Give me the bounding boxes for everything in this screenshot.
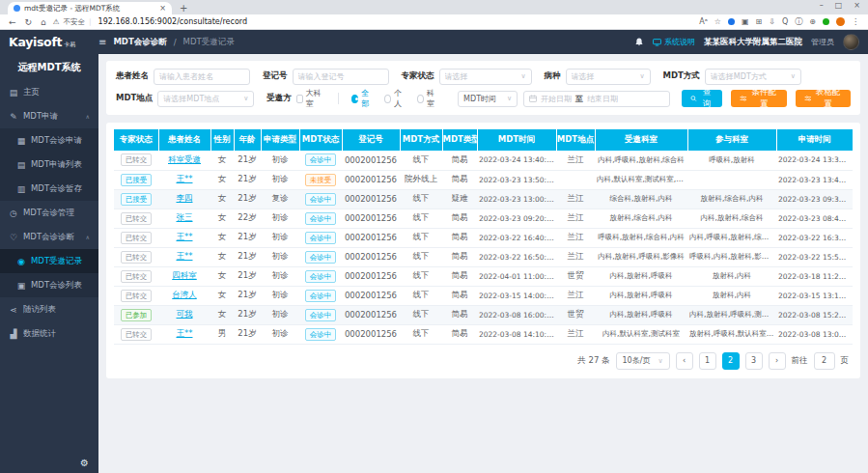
patient-name-link[interactable]: 张三 — [177, 212, 193, 222]
tab-close-icon[interactable]: × — [159, 4, 166, 13]
time-field-select[interactable]: MDT时间∨ — [458, 91, 518, 107]
user-role[interactable]: 管理员 — [811, 37, 834, 47]
sidebar-item-apply-list[interactable]: ▤ MDT申请列表 — [0, 153, 98, 177]
expert-status-select[interactable]: 请选择∨ — [439, 69, 532, 85]
cell-apply-time: 2022-03-22 16:31:36 — [776, 228, 853, 247]
clipboard-extension-icon[interactable]: ▣ — [742, 17, 749, 26]
invitee-radio-dept[interactable]: 科室 — [417, 88, 437, 109]
settings-gear-icon[interactable]: ⚙ — [80, 458, 89, 468]
browser-profile-avatar[interactable] — [836, 17, 845, 26]
cell-reg-no: 0002001256 — [342, 286, 400, 305]
goto-label: 前往 — [792, 355, 808, 367]
browser-tab[interactable]: mdt受邀记录 - 远程MDT系统 × — [8, 2, 172, 14]
date-start-placeholder: 开始日期 — [541, 94, 572, 104]
sidebar-item-consult-apply[interactable]: ▦ MDT会诊申请 — [0, 128, 98, 153]
reg-no-input[interactable]: 请输入登记号 — [293, 69, 389, 85]
sidebar-item-consult-diagnosis[interactable]: ♡ MDT会诊诊断 ∧ — [0, 225, 98, 249]
prev-page-button[interactable]: ‹ — [676, 352, 693, 370]
patient-name-link[interactable]: 王** — [177, 174, 193, 183]
browser-menu-icon[interactable]: ⋮ — [852, 17, 859, 26]
patient-name-link[interactable]: 可我 — [177, 309, 193, 319]
translate-icon[interactable]: Aᵃ — [699, 17, 708, 26]
grid-extension-icon[interactable]: ⊞ — [756, 17, 763, 26]
table-row: 已转交台湾人女21岁初诊会诊中0002001256线下简易2022-03-15 … — [114, 286, 853, 305]
system-help-link[interactable]: 系统说明 — [653, 37, 695, 47]
cell-reg-no: 0002001256 — [342, 247, 400, 266]
sidebar-item-invite-records[interactable]: ◉ MDT受邀记录 — [0, 249, 98, 273]
goto-page-input[interactable]: 2 — [814, 352, 835, 370]
table-config-button[interactable]: 表格配置 — [796, 90, 851, 107]
table-row: 已转交科室受邀女21岁初诊会诊中0002001256线下简易2022-03-24… — [114, 151, 853, 170]
breadcrumb-parent[interactable]: MDT会诊诊断 — [113, 37, 166, 48]
person-icon: ◉ — [16, 257, 26, 266]
back-icon[interactable]: ← — [9, 17, 16, 27]
invitee-radio-all[interactable]: 全部 — [351, 88, 372, 109]
extension-blue-icon[interactable] — [728, 18, 735, 25]
sidebar-item-consult-manage[interactable]: ◷ MDT会诊管理 — [0, 201, 98, 225]
mdt-place-select[interactable]: 请选择MDT地点∨ — [157, 91, 254, 107]
page-size-select[interactable]: 10条/页 ∨ — [616, 352, 670, 370]
sidebar-item-followup-list[interactable]: ⋖ 随访列表 — [0, 297, 98, 321]
search-button[interactable]: 查询 — [682, 90, 722, 107]
patient-name-link[interactable]: 科室受邀 — [168, 154, 201, 164]
sliders-icon — [740, 95, 747, 102]
bell-icon[interactable] — [634, 37, 644, 47]
sidebar-item-consult-list[interactable]: ▣ MDT会诊列表 — [0, 273, 98, 297]
url-field[interactable]: 192.168.0.156:9002/consultate/record — [98, 17, 693, 26]
cell-mdt-time: 2022-03-23 13:00:00 — [477, 189, 556, 209]
patient-name-link[interactable]: 李四 — [177, 193, 193, 203]
cell-apply-type: 初诊 — [261, 170, 299, 189]
sidebar-item-mdt-apply[interactable]: ✎ MDT申请 ∧ — [0, 104, 98, 128]
chevron-up-icon: ∧ — [86, 234, 90, 240]
new-tab-button[interactable]: + — [180, 2, 187, 14]
patient-name-link[interactable]: 王** — [177, 251, 193, 261]
window-minimize-button[interactable]: – — [820, 1, 824, 10]
patient-name-link[interactable]: 王** — [177, 232, 193, 241]
cell-invited: 内科,放射科,呼吸科,影像科 — [595, 247, 687, 266]
pagination-total: 共 27 条 — [577, 355, 609, 367]
pagination: 共 27 条 10条/页 ∨ ‹ 123 › 前往 2 页 — [114, 345, 853, 374]
mdt-mode-select[interactable]: 请选择MDT方式∨ — [705, 69, 801, 85]
invitee-radio-personal[interactable]: 个人 — [384, 88, 405, 109]
cell-gender: 女 — [210, 151, 234, 170]
date-range-picker[interactable]: 开始日期 至 结束日期 — [523, 91, 670, 107]
page-button[interactable]: 1 — [699, 352, 716, 370]
home-icon[interactable]: ⌂ — [41, 17, 46, 27]
disease-select[interactable]: 请选择∨ — [566, 69, 651, 85]
cell-place: 兰江 — [556, 247, 595, 266]
condition-config-button[interactable]: 条件配置 — [731, 90, 786, 107]
info-icon[interactable]: ⓘ — [795, 16, 802, 27]
next-page-button[interactable]: › — [769, 352, 786, 370]
security-warning-icon[interactable]: ⚠ — [53, 17, 60, 26]
page-button[interactable]: 3 — [745, 352, 763, 370]
sidebar-item-consult-draft[interactable]: ▥ MDT会诊暂存 — [0, 177, 98, 201]
add-extension-icon[interactable]: ⊕ — [809, 17, 816, 26]
download-icon[interactable]: ⇩ — [769, 17, 775, 26]
wechat-extension-icon[interactable] — [823, 18, 829, 25]
window-close-button[interactable]: × — [854, 1, 860, 10]
cell-reg-no: 0002001256 — [342, 305, 400, 324]
invitee-dept-checkbox[interactable]: 大科室 — [296, 88, 322, 109]
patient-name-link[interactable]: 台湾人 — [172, 290, 197, 299]
sidebar-item-home[interactable]: ▤ 主页 — [0, 80, 98, 104]
cell-gender: 男 — [210, 324, 234, 344]
radio-icon — [351, 95, 358, 103]
favorite-star-icon[interactable]: ☆ — [714, 17, 721, 26]
expert-status-label: 专家状态 — [402, 70, 434, 82]
patient-name-input[interactable]: 请输入患者姓名 — [154, 69, 250, 85]
reload-icon[interactable]: ↻ — [25, 17, 33, 27]
column-header: 参与科室 — [687, 129, 776, 151]
window-maximize-button[interactable]: □ — [835, 1, 843, 10]
expert-status-badge: 已转交 — [121, 232, 153, 244]
page-button[interactable]: 2 — [722, 352, 740, 370]
user-avatar[interactable] — [843, 34, 859, 50]
sidebar-collapse-icon[interactable]: ≡ — [98, 37, 106, 47]
cell-joined: 内科,放射科,综合科 — [687, 209, 776, 228]
sidebar-item-statistics[interactable]: ▟ 数据统计 — [0, 321, 98, 346]
qq-extension-icon[interactable]: Q — [782, 17, 788, 26]
sidebar-item-label: MDT会诊管理 — [23, 208, 74, 219]
cell-mode: 线下 — [400, 247, 442, 266]
patient-name-link[interactable]: 王** — [177, 328, 193, 338]
security-label[interactable]: 不安全 — [64, 17, 86, 27]
patient-name-link[interactable]: 四科室 — [172, 270, 197, 280]
